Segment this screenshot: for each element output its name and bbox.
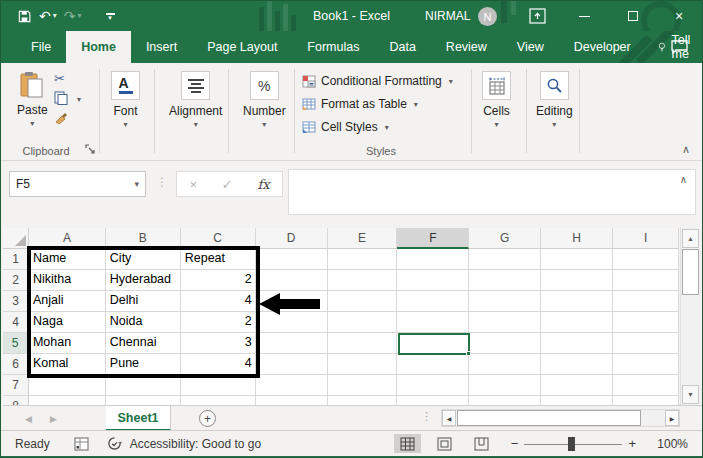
- maximize-button[interactable]: [618, 1, 648, 31]
- column-header-A[interactable]: A: [29, 228, 106, 249]
- editing-group-button[interactable]: Editing ▾: [536, 71, 573, 129]
- cell-E8[interactable]: [328, 396, 398, 405]
- copy-dropdown-icon[interactable]: ▾: [77, 95, 81, 104]
- insert-function-icon[interactable]: fx: [257, 177, 269, 192]
- next-sheet-icon[interactable]: ▶: [50, 414, 57, 424]
- conditional-formatting-button[interactable]: Conditional Formatting ▾: [302, 74, 453, 88]
- cell-D5[interactable]: [256, 333, 328, 354]
- paste-dropdown-icon[interactable]: ▾: [30, 119, 34, 128]
- tab-page-layout[interactable]: Page Layout: [192, 31, 292, 63]
- save-icon[interactable]: [17, 9, 32, 24]
- cancel-icon[interactable]: ×: [189, 177, 197, 192]
- cell-E5[interactable]: [328, 333, 398, 354]
- cell-H3[interactable]: [541, 291, 613, 312]
- cell-H8[interactable]: [541, 396, 613, 405]
- row-header-1[interactable]: 1: [3, 249, 29, 270]
- font-group-button[interactable]: A Font ▾: [111, 71, 140, 129]
- page-break-preview-icon[interactable]: [468, 434, 495, 453]
- tab-review[interactable]: Review: [431, 31, 502, 63]
- cell-F3[interactable]: [397, 291, 469, 312]
- cell-C2[interactable]: 2: [181, 270, 256, 291]
- cell-F4[interactable]: [397, 312, 469, 333]
- cell-H1[interactable]: [541, 249, 613, 270]
- vertical-scroll-thumb[interactable]: [682, 249, 699, 295]
- cell-C7[interactable]: [181, 375, 256, 396]
- cell-A3[interactable]: Anjali: [29, 291, 106, 312]
- tab-developer[interactable]: Developer: [559, 31, 646, 63]
- cell-I5[interactable]: [613, 333, 679, 354]
- cell-B5[interactable]: Chennai: [106, 333, 181, 354]
- cell-D8[interactable]: [256, 396, 328, 405]
- zoom-slider-handle[interactable]: [568, 437, 575, 451]
- cell-G3[interactable]: [469, 291, 541, 312]
- cell-F6[interactable]: [397, 354, 469, 375]
- cell-F2[interactable]: [397, 270, 469, 291]
- cell-E4[interactable]: [328, 312, 398, 333]
- cell-G6[interactable]: [469, 354, 541, 375]
- cell-I1[interactable]: [613, 249, 679, 270]
- comments-icon[interactable]: [670, 39, 689, 55]
- ribbon-display-options-icon[interactable]: [529, 8, 546, 24]
- cell-A7[interactable]: [29, 375, 106, 396]
- cell-styles-button[interactable]: Cell Styles ▾: [302, 120, 389, 134]
- name-box-dropdown-icon[interactable]: ▾: [134, 179, 139, 189]
- row-header-3[interactable]: 3: [3, 291, 29, 312]
- cell-B4[interactable]: Noida: [106, 312, 181, 333]
- cell-C6[interactable]: 4: [181, 354, 256, 375]
- user-avatar[interactable]: N: [478, 7, 497, 26]
- tab-data[interactable]: Data: [374, 31, 430, 63]
- cell-H2[interactable]: [541, 270, 613, 291]
- format-painter-icon[interactable]: [54, 111, 68, 124]
- font-dropdown-icon[interactable]: ▾: [123, 120, 127, 129]
- cell-A4[interactable]: Naga: [29, 312, 106, 333]
- cell-A6[interactable]: Komal: [29, 354, 106, 375]
- cell-G1[interactable]: [469, 249, 541, 270]
- zoom-in-button[interactable]: +: [622, 436, 642, 451]
- cell-B1[interactable]: City: [106, 249, 181, 270]
- zoom-out-button[interactable]: −: [505, 436, 525, 451]
- select-all-corner[interactable]: [3, 228, 29, 249]
- tab-home[interactable]: Home: [66, 31, 131, 63]
- alignment-group-button[interactable]: Alignment ▾: [169, 71, 222, 129]
- formula-input[interactable]: ∧: [288, 169, 696, 215]
- cell-G5[interactable]: [469, 333, 541, 354]
- tab-view[interactable]: View: [502, 31, 559, 63]
- redo-dropdown-icon[interactable]: ▾: [77, 12, 81, 20]
- cell-C4[interactable]: 2: [181, 312, 256, 333]
- cell-A8[interactable]: [29, 396, 106, 405]
- column-header-B[interactable]: B: [106, 228, 181, 249]
- cell-F1[interactable]: [397, 249, 469, 270]
- sheet-tab-sheet1[interactable]: Sheet1: [106, 406, 171, 431]
- cell-F7[interactable]: [397, 375, 469, 396]
- cells-group-button[interactable]: Cells ▾: [482, 71, 511, 129]
- undo-dropdown-icon[interactable]: ▾: [53, 12, 57, 20]
- cell-H7[interactable]: [541, 375, 613, 396]
- undo-button[interactable]: ↶▾: [39, 9, 57, 23]
- horizontal-scroll-thumb[interactable]: [457, 410, 641, 426]
- horizontal-scrollbar[interactable]: ◀ ▶: [441, 409, 680, 427]
- cell-E1[interactable]: [328, 249, 398, 270]
- cell-C5[interactable]: 3: [181, 333, 256, 354]
- tab-insert[interactable]: Insert: [131, 31, 192, 63]
- cell-D1[interactable]: [256, 249, 328, 270]
- cell-A2[interactable]: Nikitha: [29, 270, 106, 291]
- redo-button[interactable]: ↷▾: [64, 9, 82, 23]
- cell-B6[interactable]: Pune: [106, 354, 181, 375]
- number-dropdown-icon[interactable]: ▾: [262, 120, 266, 129]
- page-layout-view-icon[interactable]: [431, 434, 458, 453]
- cut-icon[interactable]: ✂: [54, 72, 68, 85]
- paste-button[interactable]: Paste ▾: [17, 71, 48, 128]
- column-header-F[interactable]: F: [397, 228, 469, 249]
- cells-dropdown-icon[interactable]: ▾: [494, 120, 498, 129]
- column-header-G[interactable]: G: [469, 228, 541, 249]
- format-as-table-button[interactable]: Format as Table ▾: [302, 97, 418, 111]
- row-header-7[interactable]: 7: [3, 375, 29, 396]
- user-name[interactable]: NIRMAL: [425, 1, 470, 31]
- number-group-button[interactable]: % Number ▾: [243, 71, 286, 129]
- cell-E3[interactable]: [328, 291, 398, 312]
- collapse-ribbon-icon[interactable]: ∧: [682, 143, 690, 156]
- fill-handle[interactable]: [466, 351, 471, 356]
- cell-F8[interactable]: [397, 396, 469, 405]
- macro-record-icon[interactable]: [74, 437, 89, 451]
- cell-D6[interactable]: [256, 354, 328, 375]
